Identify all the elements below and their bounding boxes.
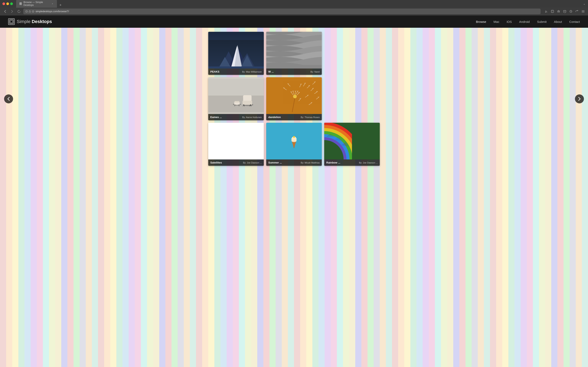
close-button[interactable] [2,2,5,5]
wallpaper-title-summer: Summer ... [268,161,282,164]
wallpaper-author-summer: By: Micah Matthias [301,161,320,164]
wallpaper-caption-waves: W ... By: Nané [266,68,322,75]
tab-bar: Browse — Simple Desktops × + [16,0,581,8]
tab-favicon [19,2,22,5]
wallpaper-author-satellites: By: Joe Dawson ... [243,161,262,164]
wallpaper-title-dandelion: dandelion [268,116,281,119]
rss-icon[interactable] [544,9,549,14]
site-logo[interactable]: Simple Desktops [8,18,52,25]
wallpaper-image-dandelion [266,77,322,114]
history-icon[interactable] [568,9,573,14]
svg-rect-86 [208,123,264,156]
wallpaper-title-eames: Eames ... [210,116,222,119]
svg-point-91 [293,136,295,138]
wallpaper-card-waves[interactable]: W ... By: Nané [266,32,322,75]
active-tab[interactable]: Browse — Simple Desktops × [16,0,57,8]
svg-rect-8 [9,20,13,24]
wallpaper-card-satellites[interactable]: Satellites By: Joe Dawson ... [208,123,264,166]
svg-rect-6 [551,10,554,13]
traffic-lights [2,2,13,5]
wallpaper-image-waves [266,32,322,68]
refresh-button[interactable] [16,9,22,14]
next-page-button[interactable] [575,94,584,103]
wallpaper-caption-eames: Eames ... By: Aarne Huttunen [208,114,264,120]
nav-contact[interactable]: Contact [569,20,580,24]
address-bar-security-icons [25,10,34,13]
svg-rect-19 [208,79,264,96]
nav-browse[interactable]: Browse [476,20,486,24]
extension-icon[interactable] [550,9,555,14]
wallpaper-title-satellites: Satellites [210,161,222,164]
menu-icon[interactable] [581,9,586,14]
nav-about[interactable]: About [554,20,562,24]
wallpaper-author-waves: By: Nané [311,71,320,73]
tab-title: Browse — Simple Desktops [24,1,50,7]
nav-mac[interactable]: Mac [493,20,499,24]
nav-ios[interactable]: iOS [507,20,512,24]
wallpaper-card-dandelion[interactable]: dandelion By: Thomas Rosen [266,77,322,120]
wallpaper-image-peaks [208,32,264,68]
logo-text: Simple Desktops [17,19,52,24]
wallpaper-caption-summer: Summer ... By: Micah Matthias [266,159,322,166]
wallpaper-title-waves: W ... [268,70,274,73]
wallpaper-author-rainbow: By: Joe Dawson ... [359,161,378,164]
svg-rect-9 [10,20,13,23]
wallpaper-card-summer[interactable]: Summer ... By: Micah Matthias [266,123,322,166]
bookmark-star-icon[interactable] [556,9,561,14]
gallery-container: PEAKS By: Max Williamson [204,32,384,166]
wallpaper-author-eames: By: Aarne Huttunen [242,116,262,118]
site-header: Simple Desktops Browse Mac iOS Android S… [0,16,588,28]
minimize-button[interactable] [6,2,9,5]
wallpaper-card-rainbow[interactable]: Rainbow ... By: Joe Dawson ... [324,123,380,166]
toolbar-actions [544,9,586,14]
wallpaper-caption-rainbow: Rainbow ... By: Joe Dawson ... [324,159,380,166]
wallpaper-image-summer [266,123,322,159]
tab-overflow-button[interactable]: ⌄ [583,2,586,5]
svg-point-34 [293,95,297,98]
pocket-icon[interactable] [562,9,567,14]
wallpaper-card-peaks[interactable]: PEAKS By: Max Williamson [208,32,264,75]
wallpaper-card-eames[interactable]: Eames ... By: Aarne Huttunen [208,77,264,120]
site-navigation: Browse Mac iOS Android Submit About Cont… [476,20,580,24]
wallpaper-title-peaks: PEAKS [210,70,219,73]
svg-rect-26 [242,101,252,105]
nav-submit[interactable]: Submit [537,20,546,24]
wallpaper-title-rainbow: Rainbow ... [326,161,340,164]
wallpaper-author-dandelion: By: Thomas Rosen [301,116,320,118]
main-content: PEAKS By: Max Williamson [0,28,588,170]
wallpaper-image-satellites [208,123,264,159]
wallpaper-image-rainbow [324,123,380,159]
browser-chrome: Browse — Simple Desktops × + ⌄ simpledes… [0,0,588,16]
forward-button[interactable] [9,9,15,14]
address-bar[interactable]: simpledesktops.com/browse/7/ [23,8,541,14]
new-tab-button[interactable]: + [58,3,63,8]
logo-icon [8,18,15,25]
browser-toolbar: simpledesktops.com/browse/7/ [0,7,588,16]
wallpaper-caption-peaks: PEAKS By: Max Williamson [208,68,264,75]
gallery-grid: PEAKS By: Max Williamson [208,32,380,166]
browser-titlebar: Browse — Simple Desktops × + ⌄ [0,0,588,7]
tab-close-button[interactable]: × [51,2,54,5]
wallpaper-caption-dandelion: dandelion By: Thomas Rosen [266,114,322,120]
svg-point-5 [545,12,546,13]
prev-page-button[interactable] [4,94,13,103]
svg-rect-1 [20,3,21,4]
nav-android[interactable]: Android [519,20,530,24]
url-display: simpledesktops.com/browse/7/ [35,10,69,13]
wallpaper-caption-satellites: Satellites By: Joe Dawson ... [208,159,264,166]
share-icon[interactable] [575,9,579,14]
logo-text-bold: Desktops [32,19,52,24]
wallpaper-image-eames [208,77,264,114]
svg-rect-3 [29,11,31,12]
page-background: PEAKS By: Max Williamson [0,28,588,367]
wallpaper-author-peaks: By: Max Williamson [242,71,262,73]
back-button[interactable] [2,9,8,14]
maximize-button[interactable] [10,2,13,5]
svg-rect-23 [234,101,240,103]
